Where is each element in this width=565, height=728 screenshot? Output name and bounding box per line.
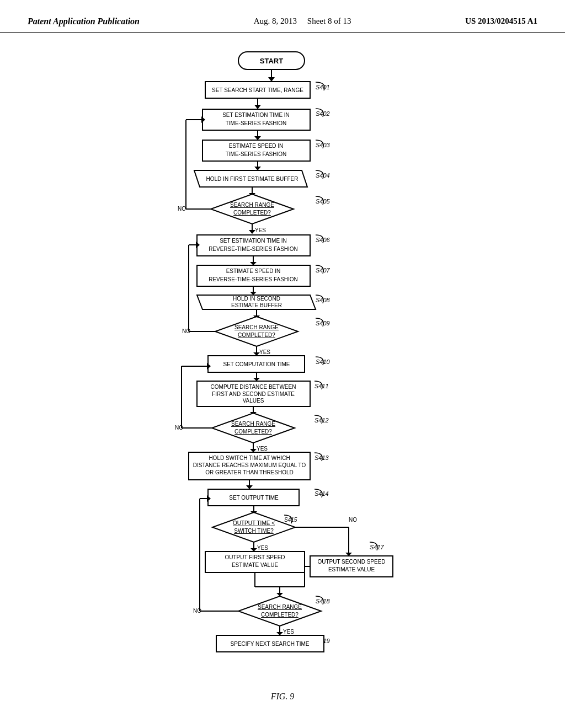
- svg-marker-81: [212, 413, 295, 443]
- svg-marker-57: [215, 317, 298, 346]
- svg-text:TIME-SERIES FASHION: TIME-SERIES FASHION: [226, 151, 287, 157]
- svg-marker-3: [268, 77, 275, 82]
- svg-text:OUTPUT FIRST SPEED: OUTPUT FIRST SPEED: [225, 554, 285, 560]
- svg-text:S401: S401: [316, 84, 330, 90]
- svg-text:OR GREATER THAN THRESHOLD: OR GREATER THAN THRESHOLD: [205, 469, 293, 475]
- svg-text:OUTPUT SECOND SPEED: OUTPUT SECOND SPEED: [317, 559, 385, 565]
- flowchart-container: START S401 SET SEARCH START TIME, RANGE …: [17, 46, 548, 681]
- svg-text:ESTIMATE SPEED IN: ESTIMATE SPEED IN: [226, 268, 281, 274]
- svg-text:YES: YES: [257, 545, 268, 551]
- svg-text:REVERSE-TIME-SERIES FASHION: REVERSE-TIME-SERIES FASHION: [209, 276, 298, 282]
- flowchart-svg: START S401 SET SEARCH START TIME, RANGE …: [111, 46, 454, 681]
- figure-label: FIG. 9: [271, 692, 295, 702]
- svg-text:S415: S415: [284, 517, 297, 523]
- svg-text:HOLD IN SECOND: HOLD IN SECOND: [233, 296, 280, 302]
- svg-text:HOLD IN FIRST ESTIMATE BUFFER: HOLD IN FIRST ESTIMATE BUFFER: [206, 176, 299, 182]
- svg-marker-98: [246, 485, 253, 489]
- svg-text:SPECIFY NEXT SEARCH TIME: SPECIFY NEXT SEARCH TIME: [231, 641, 310, 647]
- svg-text:SET OUTPUT TIME: SET OUTPUT TIME: [229, 495, 279, 501]
- svg-marker-14: [254, 136, 261, 140]
- svg-text:SEARCH RANGE: SEARCH RANGE: [234, 324, 279, 330]
- svg-marker-20: [254, 167, 261, 170]
- svg-text:DISTANCE REACHES MAXIMUM EQUAL: DISTANCE REACHES MAXIMUM EQUAL TO: [193, 462, 306, 468]
- svg-text:ESTIMATE SPEED IN: ESTIMATE SPEED IN: [229, 143, 284, 149]
- svg-text:YES: YES: [259, 349, 270, 355]
- sheet-number: Sheet 8 of 13: [307, 17, 351, 25]
- svg-text:START: START: [260, 57, 283, 65]
- svg-text:SET COMPUTATION TIME: SET COMPUTATION TIME: [223, 361, 290, 367]
- svg-marker-130: [238, 596, 321, 626]
- svg-text:TIME-SERIES FASHION: TIME-SERIES FASHION: [226, 120, 287, 126]
- svg-marker-8: [254, 105, 261, 109]
- svg-text:SET SEARCH START TIME, RANGE: SET SEARCH START TIME, RANGE: [212, 87, 303, 93]
- svg-text:NO: NO: [178, 206, 186, 212]
- svg-text:NO: NO: [349, 517, 357, 523]
- publication-date: Aug. 8, 2013: [254, 17, 297, 25]
- svg-text:ESTIMATE BUFFER: ESTIMATE BUFFER: [231, 302, 282, 308]
- publication-title: Patent Application Publication: [28, 17, 140, 26]
- svg-text:SEARCH RANGE: SEARCH RANGE: [258, 604, 302, 610]
- publication-number: US 2013/0204515 A1: [465, 17, 537, 26]
- svg-text:ESTIMATE VALUE: ESTIMATE VALUE: [232, 562, 278, 568]
- svg-text:COMPLETED?: COMPLETED?: [238, 332, 275, 338]
- svg-text:SEARCH RANGE: SEARCH RANGE: [231, 421, 275, 427]
- svg-text:YES: YES: [255, 227, 266, 233]
- svg-text:YES: YES: [257, 446, 268, 452]
- svg-text:SWITCH TIME?: SWITCH TIME?: [234, 528, 274, 534]
- svg-text:OUTPUT TIME <: OUTPUT TIME <: [233, 520, 275, 526]
- svg-marker-27: [211, 194, 294, 224]
- svg-text:COMPLETED?: COMPLETED?: [261, 612, 299, 618]
- main-content: START S401 SET SEARCH START TIME, RANGE …: [0, 33, 565, 713]
- svg-marker-106: [212, 512, 295, 542]
- svg-text:COMPLETED?: COMPLETED?: [233, 210, 271, 216]
- svg-text:HOLD SWITCH TIME AT WHICH: HOLD SWITCH TIME AT WHICH: [209, 455, 290, 461]
- svg-text:SET ESTIMATION TIME IN: SET ESTIMATION TIME IN: [222, 112, 290, 118]
- svg-text:FIRST AND SECOND ESTIMATE: FIRST AND SECOND ESTIMATE: [212, 391, 295, 397]
- svg-text:COMPLETED?: COMPLETED?: [234, 429, 272, 435]
- publication-date-sheet: Aug. 8, 2013 Sheet 8 of 13: [254, 17, 351, 26]
- svg-text:ESTIMATE VALUE: ESTIMATE VALUE: [328, 566, 375, 572]
- page-header: Patent Application Publication Aug. 8, 2…: [0, 0, 565, 33]
- svg-text:SET ESTIMATION TIME IN: SET ESTIMATION TIME IN: [220, 238, 287, 244]
- svg-text:REVERSE-TIME-SERIES FASHION: REVERSE-TIME-SERIES FASHION: [209, 246, 298, 252]
- svg-text:SEARCH RANGE: SEARCH RANGE: [230, 202, 274, 208]
- svg-text:COMPUTE DISTANCE BETWEEN: COMPUTE DISTANCE BETWEEN: [211, 384, 296, 390]
- svg-text:VALUES: VALUES: [243, 398, 264, 404]
- svg-text:YES: YES: [283, 629, 294, 635]
